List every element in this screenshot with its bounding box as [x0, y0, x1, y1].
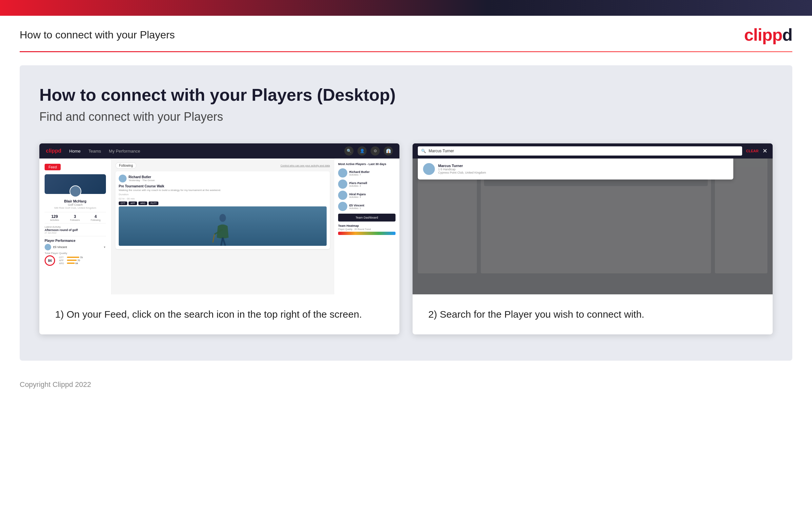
caption-text-1: 1) On your Feed, click on the search ico…	[55, 307, 384, 321]
profile-role: Golf Coach	[45, 203, 106, 206]
stat-following: 4 Following	[91, 214, 101, 221]
search-result-club: Cypress Point Club, United Kingdom	[438, 171, 486, 174]
player-name-sm: Eli Vincent	[53, 246, 101, 249]
activity-desc: Walking the course with my coach to buil…	[119, 189, 327, 192]
activity-duration-label: Duration	[119, 193, 327, 196]
profile-name: Blair McHarg	[45, 199, 106, 203]
player-perf-row: Eli Vincent ▼	[45, 244, 106, 250]
main-subheading: Find and connect with your Players	[39, 110, 773, 124]
profile-banner	[45, 174, 106, 194]
bar-rows: OTT 79 APP 70	[59, 256, 83, 265]
player-info-2: Piers Parnell Activities: 4	[349, 181, 367, 187]
latest-activity-date: 27 Jul 2022	[45, 232, 106, 234]
tag-ott: OTT	[119, 202, 127, 205]
copyright: Copyright Clippd 2022	[20, 380, 91, 388]
header: How to connect with your Players clippd	[0, 16, 812, 51]
avatar	[69, 185, 81, 197]
profile-info: Blair McHarg Golf Coach Mill Ride Golf C…	[45, 199, 106, 212]
settings-icon[interactable]: ⚙	[371, 146, 380, 156]
search-query-text: Marcus Turner	[429, 149, 454, 153]
player-avatar-richard	[338, 168, 347, 177]
stat-activities: 129 Activities	[50, 214, 59, 221]
page-title: How to connect with your Players	[20, 29, 175, 41]
score-circle: 84	[45, 255, 55, 266]
player-list-item-3: Hiral Pujara Activities: 3	[338, 190, 395, 200]
app-body-1: Feed Blair McHarg Golf Coach Mill Ride G…	[39, 159, 399, 294]
svg-line-4	[213, 234, 214, 243]
app-nav-1: clippd Home Teams My Performance 🔍 👤 ⚙ 👔	[39, 143, 399, 159]
stat-followers: 3 Followers	[70, 214, 80, 221]
player-list-item-2: Piers Parnell Activities: 4	[338, 179, 395, 189]
latest-activity-label: Latest Activity	[45, 225, 106, 228]
main-heading: How to connect with your Players (Deskto…	[39, 85, 773, 105]
screenshot-panel-2: 🔍 Marcus Turner CLEAR ✕ Marcus Turner 1·…	[413, 143, 773, 334]
screenshot-panel-1: clippd Home Teams My Performance 🔍 👤 ⚙ 👔	[39, 143, 399, 334]
bar-row-arg: ARG 64	[59, 262, 83, 264]
clear-button[interactable]: CLEAR	[746, 149, 759, 153]
golfer-image	[119, 206, 327, 246]
player-list-item-4: Eli Vincent Activities: 1	[338, 202, 395, 211]
golfer-silhouette	[209, 213, 236, 246]
app-logo-1: clippd	[46, 148, 61, 154]
search-result-avatar	[423, 163, 435, 175]
search-result-info: Marcus Turner 1·5 Handicap Cypress Point…	[438, 164, 486, 174]
activity-user-info: Richard Butler Yesterday · The Grove	[129, 175, 155, 182]
search-result-item-1[interactable]: Marcus Turner 1·5 Handicap Cypress Point…	[420, 161, 731, 177]
following-row: Following Control who can see your activ…	[115, 162, 330, 169]
bar-row-app: APP 70	[59, 259, 83, 261]
active-players-title: Most Active Players - Last 30 days	[338, 162, 395, 166]
bar-fill-app	[67, 260, 77, 261]
caption-panel-2: 2) Search for the Player you wish to con…	[413, 294, 773, 334]
heatmap-title: Team Heatmap	[338, 224, 395, 227]
activity-user-row: Richard Butler Yesterday · The Grove	[119, 175, 327, 182]
activity-date: Yesterday · The Grove	[129, 179, 155, 182]
player-avatar-sm	[45, 244, 51, 250]
nav-teams[interactable]: Teams	[89, 149, 101, 154]
dropdown-arrow-icon[interactable]: ▼	[103, 246, 106, 249]
heatmap-bar	[338, 232, 395, 235]
search-icon[interactable]: 🔍	[344, 146, 353, 156]
screenshots-row: clippd Home Teams My Performance 🔍 👤 ⚙ 👔	[39, 143, 773, 334]
search-result-handicap: 1·5 Handicap	[438, 168, 486, 171]
activity-username: Richard Butler	[129, 175, 155, 179]
team-dashboard-button[interactable]: Team Dashboard	[338, 214, 395, 221]
tag-row: OTT APP ARG PUTT	[119, 202, 327, 205]
user-icon[interactable]: 👤	[357, 146, 367, 156]
search-icon-2: 🔍	[421, 149, 426, 153]
bar-row-ott: OTT 79	[59, 256, 83, 259]
search-result-dropdown: Marcus Turner 1·5 Handicap Cypress Point…	[418, 159, 733, 179]
player-performance-title: Player Performance	[45, 239, 106, 243]
profile-stats: 129 Activities 3 Followers 4 Following	[45, 212, 106, 223]
header-divider	[20, 51, 792, 52]
player-info-3: Hiral Pujara Activities: 3	[349, 193, 366, 198]
search-result-name: Marcus Turner	[438, 164, 486, 168]
player-list-item-1: Richard Butler Activities: 7	[338, 168, 395, 177]
activity-card-1: Richard Butler Yesterday · The Grove Pre…	[115, 171, 330, 249]
following-button[interactable]: Following	[115, 162, 136, 169]
svg-line-3	[223, 238, 225, 246]
logo: clippd	[744, 25, 792, 45]
player-avatar-eli	[338, 202, 347, 211]
app-screenshot-1: clippd Home Teams My Performance 🔍 👤 ⚙ 👔	[39, 143, 399, 294]
feed-tab[interactable]: Feed	[45, 164, 61, 170]
player-info-4: Eli Vincent Activities: 1	[349, 204, 364, 209]
control-link[interactable]: Control who can see your activity and da…	[280, 164, 330, 167]
bar-fill-arg	[67, 262, 75, 264]
nav-my-performance[interactable]: My Performance	[109, 149, 140, 154]
footer: Copyright Clippd 2022	[0, 374, 812, 395]
activity-title: Pre Tournament Course Walk	[119, 184, 327, 188]
app-screenshot-2: 🔍 Marcus Turner CLEAR ✕ Marcus Turner 1·…	[413, 143, 773, 294]
top-bar	[0, 0, 812, 16]
tag-putt: PUTT	[149, 202, 158, 205]
latest-activity-name: Afternoon round of golf	[45, 228, 106, 232]
caption-panel-1: 1) On your Feed, click on the search ico…	[39, 294, 399, 334]
search-input[interactable]: 🔍 Marcus Turner	[418, 146, 742, 156]
caption-text-2: 2) Search for the Player you wish to con…	[428, 307, 757, 321]
quality-label: Total Player Quality	[45, 252, 106, 255]
close-button[interactable]: ✕	[762, 147, 767, 155]
nav-home[interactable]: Home	[69, 149, 81, 154]
avatar-icon[interactable]: 👔	[384, 146, 393, 156]
tag-app: APP	[129, 202, 137, 205]
app-right-panel-1: Most Active Players - Last 30 days Richa…	[334, 159, 399, 294]
search-bar-overlay: 🔍 Marcus Turner CLEAR ✕	[413, 143, 773, 159]
